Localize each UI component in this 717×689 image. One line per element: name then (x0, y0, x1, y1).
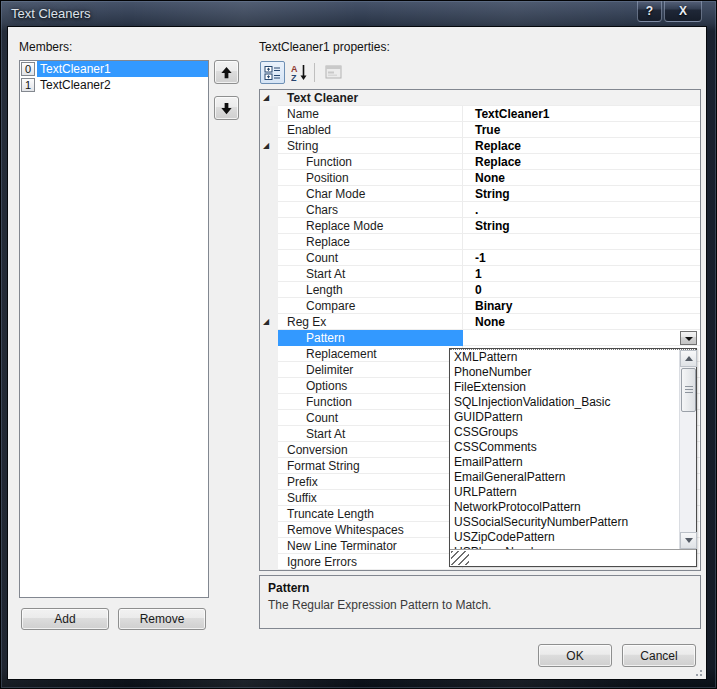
dropdown-item[interactable]: URLPattern (450, 485, 696, 500)
property-pages-icon (325, 65, 342, 80)
move-up-button[interactable] (214, 60, 239, 84)
property-label: Format String (287, 459, 360, 473)
property-label: Count (306, 251, 338, 265)
expand-triangle-icon[interactable]: ◢ (263, 92, 269, 103)
property-value: -1 (475, 251, 486, 265)
property-label: Conversion (287, 443, 348, 457)
dropdown-item[interactable]: XMLPattern (450, 350, 696, 365)
help-icon: ? (646, 4, 653, 18)
dropdown-item[interactable]: CSSComments (450, 440, 696, 455)
dropdown-scrollbar[interactable] (679, 350, 696, 549)
dropdown-item[interactable]: SQLInjectionValidation_Basic (450, 395, 696, 410)
property-value: True (475, 123, 500, 137)
property-row-start-at[interactable]: Start At1 (260, 266, 700, 282)
property-row-position[interactable]: PositionNone (260, 170, 700, 186)
property-label: Text Cleaner (287, 91, 358, 105)
ok-button[interactable]: OK (538, 644, 612, 667)
dropdown-item[interactable]: GUIDPattern (450, 410, 696, 425)
alphabetical-sort-button[interactable]: A Z (287, 61, 312, 84)
property-row-function[interactable]: FunctionReplace (260, 154, 700, 170)
cancel-button[interactable]: Cancel (622, 644, 696, 667)
property-row-compare[interactable]: CompareBinary (260, 298, 700, 314)
dropdown-item[interactable]: FileExtension (450, 380, 696, 395)
property-row-enabled[interactable]: EnabledTrue (260, 122, 700, 138)
property-value: String (475, 219, 510, 233)
property-value: String (475, 187, 510, 201)
remove-button[interactable]: Remove (118, 608, 206, 630)
pattern-dropdown-list[interactable]: XMLPatternPhoneNumberFileExtensionSQLInj… (450, 349, 696, 549)
property-label: New Line Terminator (287, 539, 397, 553)
member-row[interactable]: 0TextCleaner1 (20, 61, 208, 77)
property-row-count[interactable]: Count-1 (260, 250, 700, 266)
expand-triangle-icon[interactable]: ◢ (263, 316, 269, 327)
property-value: 1 (475, 267, 482, 281)
caret-down-icon (685, 337, 693, 341)
property-label: Compare (306, 299, 355, 313)
ok-button-label: OK (566, 649, 583, 663)
members-listbox[interactable]: 0TextCleaner11TextCleaner2 (19, 60, 209, 598)
close-button[interactable]: X (664, 1, 702, 22)
scrollbar-thumb[interactable] (681, 368, 696, 412)
dropdown-resize-grip-icon[interactable] (451, 551, 469, 565)
down-arrow-icon (219, 101, 234, 116)
dropdown-item[interactable]: USSocialSecurityNumberPattern (450, 515, 696, 530)
help-button[interactable]: ? (637, 1, 662, 22)
property-row-chars[interactable]: Chars. (260, 202, 700, 218)
property-label: Char Mode (306, 187, 365, 201)
property-label: Replace (306, 235, 350, 249)
dropdown-resize-bar[interactable] (450, 549, 696, 566)
property-label: Position (306, 171, 349, 185)
dropdown-item[interactable]: NetworkProtocolPattern (450, 500, 696, 515)
property-label: Replace Mode (306, 219, 383, 233)
properties-label: TextCleaner1 properties: (259, 40, 390, 54)
property-description-panel: Pattern The Regular Expression Pattern t… (259, 575, 701, 629)
property-row-replace[interactable]: Replace (260, 234, 700, 250)
property-label: Reg Ex (287, 315, 326, 329)
property-label: Options (306, 379, 347, 393)
member-label: TextCleaner2 (37, 77, 208, 93)
add-button-label: Add (54, 612, 75, 626)
property-label: Pattern (306, 331, 345, 345)
window-resize-grip[interactable] (693, 667, 703, 677)
description-text: The Regular Expression Pattern to Match. (268, 598, 692, 612)
property-value: Binary (475, 299, 512, 313)
dropdown-item[interactable]: PhoneNumber (450, 365, 696, 380)
property-label: Count (306, 411, 338, 425)
members-label: Members: (19, 40, 72, 54)
property-row-string[interactable]: ◢StringReplace (260, 138, 700, 154)
scroll-up-button[interactable] (680, 350, 697, 367)
scroll-down-button[interactable] (680, 532, 697, 549)
categorized-view-button[interactable] (260, 61, 285, 84)
property-row-reg-ex[interactable]: ◢Reg ExNone (260, 314, 700, 330)
close-icon: X (679, 4, 687, 18)
property-label: Ignore Errors (287, 555, 357, 569)
property-value: None (475, 315, 505, 329)
property-label: Function (306, 155, 352, 169)
property-row-pattern[interactable]: Pattern (260, 330, 700, 346)
property-row-length[interactable]: Length0 (260, 282, 700, 298)
dropdown-item[interactable]: EmailPattern (450, 455, 696, 470)
property-value: 0 (475, 283, 482, 297)
cancel-button-label: Cancel (640, 649, 677, 663)
dropdown-item[interactable]: EmailGeneralPattern (450, 470, 696, 485)
move-down-button[interactable] (214, 96, 239, 120)
property-row-replace-mode[interactable]: Replace ModeString (260, 218, 700, 234)
add-button[interactable]: Add (21, 608, 109, 630)
property-value: . (475, 203, 478, 217)
property-row-char-mode[interactable]: Char ModeString (260, 186, 700, 202)
property-row-text-cleaner[interactable]: ◢Text Cleaner (260, 90, 700, 106)
property-row-name[interactable]: NameTextCleaner1 (260, 106, 700, 122)
title-bar[interactable]: Text Cleaners ? X (1, 1, 716, 27)
alphabetical-sort-icon: A Z (291, 64, 309, 81)
dropdown-item[interactable]: CSSGroups (450, 425, 696, 440)
property-label: Start At (306, 267, 345, 281)
dropdown-item[interactable]: USZipCodePattern (450, 530, 696, 545)
pattern-dropdown: XMLPatternPhoneNumberFileExtensionSQLInj… (449, 348, 697, 567)
member-index: 1 (21, 78, 35, 92)
toolbar-separator (314, 63, 315, 82)
expand-triangle-icon[interactable]: ◢ (263, 140, 269, 151)
member-row[interactable]: 1TextCleaner2 (20, 77, 208, 93)
window-title: Text Cleaners (11, 6, 90, 21)
combo-dropdown-button[interactable] (680, 331, 697, 345)
property-value: TextCleaner1 (475, 107, 549, 121)
